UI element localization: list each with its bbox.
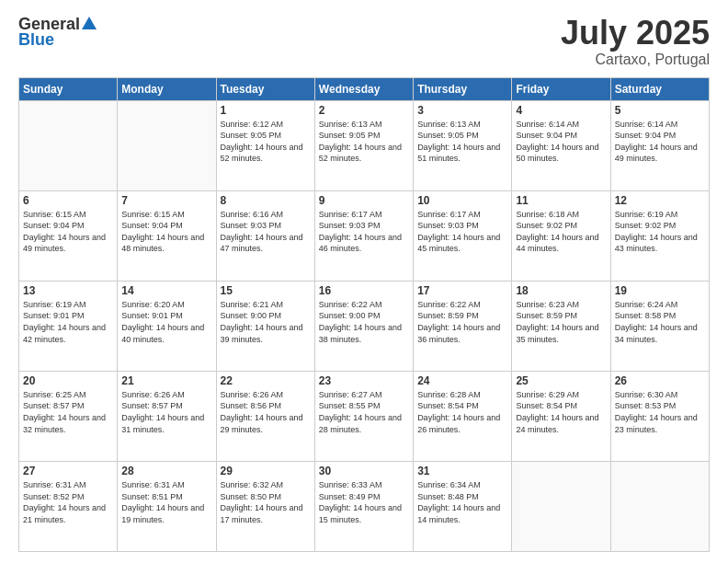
calendar-day-header: Tuesday bbox=[216, 77, 314, 100]
day-number: 6 bbox=[23, 194, 113, 207]
title-block: July 2025 Cartaxo, Portugal bbox=[561, 15, 710, 68]
day-info: Sunrise: 6:19 AMSunset: 9:02 PMDaylight:… bbox=[615, 209, 705, 255]
day-number: 2 bbox=[319, 104, 409, 117]
day-info: Sunrise: 6:23 AMSunset: 8:59 PMDaylight:… bbox=[516, 299, 606, 345]
calendar-day-header: Thursday bbox=[414, 77, 512, 100]
day-info: Sunrise: 6:15 AMSunset: 9:04 PMDaylight:… bbox=[23, 209, 113, 255]
day-number: 25 bbox=[516, 374, 606, 387]
calendar-day-header: Wednesday bbox=[314, 77, 413, 100]
day-number: 20 bbox=[23, 374, 113, 387]
calendar-day-header: Sunday bbox=[19, 77, 118, 100]
day-number: 7 bbox=[121, 194, 211, 207]
day-info: Sunrise: 6:21 AMSunset: 9:00 PMDaylight:… bbox=[221, 299, 311, 345]
calendar-day-header: Saturday bbox=[610, 77, 709, 100]
day-number: 18 bbox=[516, 284, 606, 297]
day-number: 4 bbox=[516, 104, 606, 117]
day-info: Sunrise: 6:15 AMSunset: 9:04 PMDaylight:… bbox=[121, 209, 211, 255]
page: General Blue July 2025 Cartaxo, Portugal… bbox=[0, 0, 728, 563]
calendar-week-row: 13Sunrise: 6:19 AMSunset: 9:01 PMDayligh… bbox=[19, 281, 710, 371]
calendar-day-cell: 16Sunrise: 6:22 AMSunset: 9:00 PMDayligh… bbox=[314, 281, 413, 371]
calendar-week-row: 1Sunrise: 6:12 AMSunset: 9:05 PMDaylight… bbox=[19, 100, 710, 190]
day-info: Sunrise: 6:31 AMSunset: 8:51 PMDaylight:… bbox=[121, 479, 211, 525]
day-number: 21 bbox=[121, 374, 211, 387]
calendar-day-cell: 21Sunrise: 6:26 AMSunset: 8:57 PMDayligh… bbox=[118, 371, 216, 461]
calendar-day-cell: 26Sunrise: 6:30 AMSunset: 8:53 PMDayligh… bbox=[610, 371, 709, 461]
day-info: Sunrise: 6:13 AMSunset: 9:05 PMDaylight:… bbox=[319, 119, 409, 165]
day-number: 17 bbox=[417, 284, 507, 297]
day-number: 16 bbox=[319, 284, 409, 297]
calendar-day-cell: 2Sunrise: 6:13 AMSunset: 9:05 PMDaylight… bbox=[314, 100, 413, 190]
calendar-day-cell: 14Sunrise: 6:20 AMSunset: 9:01 PMDayligh… bbox=[118, 281, 216, 371]
calendar-week-row: 20Sunrise: 6:25 AMSunset: 8:57 PMDayligh… bbox=[19, 371, 710, 461]
calendar-day-cell: 23Sunrise: 6:27 AMSunset: 8:55 PMDayligh… bbox=[314, 371, 413, 461]
day-number: 11 bbox=[516, 194, 606, 207]
calendar-week-row: 6Sunrise: 6:15 AMSunset: 9:04 PMDaylight… bbox=[19, 190, 710, 281]
day-info: Sunrise: 6:27 AMSunset: 8:55 PMDaylight:… bbox=[319, 389, 409, 435]
calendar-day-cell bbox=[610, 461, 709, 551]
day-info: Sunrise: 6:26 AMSunset: 8:57 PMDaylight:… bbox=[121, 389, 211, 435]
day-info: Sunrise: 6:18 AMSunset: 9:02 PMDaylight:… bbox=[516, 209, 606, 255]
day-number: 10 bbox=[417, 194, 507, 207]
day-info: Sunrise: 6:22 AMSunset: 8:59 PMDaylight:… bbox=[417, 299, 507, 345]
day-number: 31 bbox=[417, 465, 507, 477]
day-info: Sunrise: 6:17 AMSunset: 9:03 PMDaylight:… bbox=[319, 209, 409, 255]
calendar-day-cell: 7Sunrise: 6:15 AMSunset: 9:04 PMDaylight… bbox=[118, 190, 216, 281]
day-info: Sunrise: 6:24 AMSunset: 8:58 PMDaylight:… bbox=[615, 299, 705, 345]
calendar-day-cell: 29Sunrise: 6:32 AMSunset: 8:50 PMDayligh… bbox=[216, 461, 314, 551]
day-number: 26 bbox=[615, 374, 705, 387]
day-info: Sunrise: 6:31 AMSunset: 8:52 PMDaylight:… bbox=[23, 479, 113, 525]
day-number: 5 bbox=[615, 104, 705, 117]
day-info: Sunrise: 6:32 AMSunset: 8:50 PMDaylight:… bbox=[221, 479, 311, 525]
calendar-table: SundayMondayTuesdayWednesdayThursdayFrid… bbox=[18, 77, 710, 552]
day-number: 30 bbox=[319, 465, 409, 477]
calendar-day-cell: 18Sunrise: 6:23 AMSunset: 8:59 PMDayligh… bbox=[512, 281, 610, 371]
day-number: 13 bbox=[23, 284, 113, 297]
day-info: Sunrise: 6:19 AMSunset: 9:01 PMDaylight:… bbox=[23, 299, 113, 345]
calendar-day-cell: 28Sunrise: 6:31 AMSunset: 8:51 PMDayligh… bbox=[118, 461, 216, 551]
calendar-day-cell: 9Sunrise: 6:17 AMSunset: 9:03 PMDaylight… bbox=[314, 190, 413, 281]
day-info: Sunrise: 6:16 AMSunset: 9:03 PMDaylight:… bbox=[221, 209, 311, 255]
day-number: 14 bbox=[121, 284, 211, 297]
calendar-day-cell: 31Sunrise: 6:34 AMSunset: 8:48 PMDayligh… bbox=[414, 461, 512, 551]
logo-triangle-icon bbox=[82, 17, 97, 29]
day-info: Sunrise: 6:33 AMSunset: 8:49 PMDaylight:… bbox=[319, 479, 409, 525]
calendar-week-row: 27Sunrise: 6:31 AMSunset: 8:52 PMDayligh… bbox=[19, 461, 710, 551]
day-info: Sunrise: 6:29 AMSunset: 8:54 PMDaylight:… bbox=[516, 389, 606, 435]
day-info: Sunrise: 6:22 AMSunset: 9:00 PMDaylight:… bbox=[319, 299, 409, 345]
day-number: 19 bbox=[615, 284, 705, 297]
calendar-day-header: Friday bbox=[512, 77, 610, 100]
calendar-day-cell: 8Sunrise: 6:16 AMSunset: 9:03 PMDaylight… bbox=[216, 190, 314, 281]
day-number: 29 bbox=[221, 465, 311, 477]
calendar-day-cell: 3Sunrise: 6:13 AMSunset: 9:05 PMDaylight… bbox=[414, 100, 512, 190]
day-number: 15 bbox=[221, 284, 311, 297]
calendar-day-cell: 15Sunrise: 6:21 AMSunset: 9:00 PMDayligh… bbox=[216, 281, 314, 371]
calendar-day-cell: 10Sunrise: 6:17 AMSunset: 9:03 PMDayligh… bbox=[414, 190, 512, 281]
day-info: Sunrise: 6:30 AMSunset: 8:53 PMDaylight:… bbox=[615, 389, 705, 435]
calendar-day-cell: 24Sunrise: 6:28 AMSunset: 8:54 PMDayligh… bbox=[414, 371, 512, 461]
calendar-day-cell: 25Sunrise: 6:29 AMSunset: 8:54 PMDayligh… bbox=[512, 371, 610, 461]
day-info: Sunrise: 6:14 AMSunset: 9:04 PMDaylight:… bbox=[516, 119, 606, 165]
calendar-day-cell: 1Sunrise: 6:12 AMSunset: 9:05 PMDaylight… bbox=[216, 100, 314, 190]
calendar-day-cell: 4Sunrise: 6:14 AMSunset: 9:04 PMDaylight… bbox=[512, 100, 610, 190]
logo: General Blue bbox=[18, 15, 97, 50]
calendar-day-cell: 5Sunrise: 6:14 AMSunset: 9:04 PMDaylight… bbox=[610, 100, 709, 190]
calendar-day-cell bbox=[19, 100, 118, 190]
calendar-title: July 2025 bbox=[561, 15, 710, 52]
day-number: 8 bbox=[221, 194, 311, 207]
day-number: 3 bbox=[417, 104, 507, 117]
day-info: Sunrise: 6:26 AMSunset: 8:56 PMDaylight:… bbox=[221, 389, 311, 435]
day-number: 9 bbox=[319, 194, 409, 207]
day-info: Sunrise: 6:34 AMSunset: 8:48 PMDaylight:… bbox=[417, 479, 507, 525]
calendar-day-cell: 13Sunrise: 6:19 AMSunset: 9:01 PMDayligh… bbox=[19, 281, 118, 371]
day-info: Sunrise: 6:12 AMSunset: 9:05 PMDaylight:… bbox=[221, 119, 311, 165]
logo-blue-text: Blue bbox=[18, 30, 54, 50]
calendar-day-cell: 30Sunrise: 6:33 AMSunset: 8:49 PMDayligh… bbox=[314, 461, 413, 551]
day-number: 27 bbox=[23, 465, 113, 477]
calendar-header-row: SundayMondayTuesdayWednesdayThursdayFrid… bbox=[19, 77, 710, 100]
calendar-day-cell: 6Sunrise: 6:15 AMSunset: 9:04 PMDaylight… bbox=[19, 190, 118, 281]
calendar-day-cell: 19Sunrise: 6:24 AMSunset: 8:58 PMDayligh… bbox=[610, 281, 709, 371]
day-number: 12 bbox=[615, 194, 705, 207]
day-info: Sunrise: 6:14 AMSunset: 9:04 PMDaylight:… bbox=[615, 119, 705, 165]
day-info: Sunrise: 6:28 AMSunset: 8:54 PMDaylight:… bbox=[417, 389, 507, 435]
day-info: Sunrise: 6:25 AMSunset: 8:57 PMDaylight:… bbox=[23, 389, 113, 435]
